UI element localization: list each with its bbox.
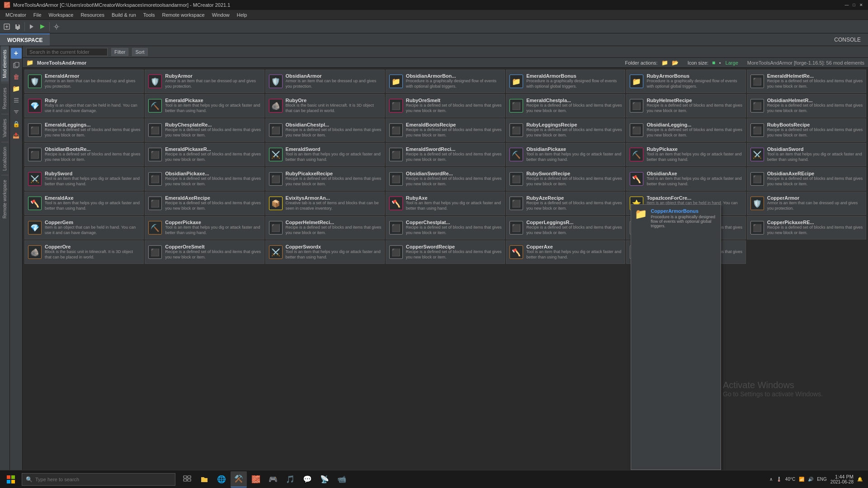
element-item-0[interactable]: 🛡️ EmeraldArmor Armor is an item that ca…	[24, 70, 144, 93]
taskbar-obs[interactable]: 📹	[334, 471, 350, 488]
delete-sidebar-btn[interactable]: 🗑	[11, 71, 22, 82]
element-item-26[interactable]: ⛏️ RubyPickaxe Tool is an item that help…	[626, 143, 745, 166]
taskbar-filezilla[interactable]: 📡	[316, 471, 333, 488]
taskbar-spotify[interactable]: 🎵	[282, 471, 298, 488]
taskbar-file-explorer[interactable]	[196, 471, 212, 488]
taskbar-task-view[interactable]	[179, 471, 195, 488]
menu-item-mcreator[interactable]: MCreator	[2, 11, 30, 19]
filter-sidebar-btn[interactable]	[11, 107, 22, 117]
element-item-53[interactable]: 🪓 CopperAxe Tool is an item that helps y…	[506, 240, 625, 264]
element-item-3[interactable]: 📁 ObsidianArmorBon... Procedure is a gra…	[386, 70, 505, 93]
remote-workspace-tab[interactable]: Remote workspace	[1, 176, 9, 222]
taskbar-discord[interactable]: 💬	[299, 471, 316, 488]
element-item-24[interactable]: ⬛ EmeraldSwordReci... Recipe is a define…	[386, 143, 505, 166]
menu-item-window[interactable]: Window	[208, 11, 233, 19]
localization-tab[interactable]: Localization	[1, 143, 9, 174]
element-item-22[interactable]: ⬛ EmeraldPickaxeR... Recipe is a defined…	[145, 143, 264, 166]
icon-size-medium[interactable]: ▪	[719, 60, 721, 66]
notification-icon[interactable]: 🔔	[857, 477, 863, 482]
taskbar-steam[interactable]: 🎮	[265, 471, 281, 488]
add-element-sidebar-btn[interactable]: +	[11, 48, 22, 59]
maximize-button[interactable]: □	[851, 2, 857, 8]
element-item-51[interactable]: ⚔️ CopperSwordx Tool is an item that hel…	[265, 240, 385, 264]
element-item-45[interactable]: ⬛ CopperChestplat... Recipe is a defined…	[386, 216, 505, 239]
element-item-18[interactable]: ⬛ RubyLeggingsRecipe Recipe is a defined…	[506, 118, 625, 142]
taskbar-search-bar[interactable]: 🔍	[22, 473, 175, 486]
mod-elements-tab[interactable]: Mod elements	[1, 46, 9, 82]
minimize-button[interactable]: —	[844, 2, 850, 8]
element-item-48[interactable]: ⬛ CopperPickaxeRE... Recipe is a defined…	[747, 216, 866, 239]
export-sidebar-btn[interactable]: 📤	[11, 130, 22, 141]
element-item-29[interactable]: ⬛ ObsidianPickaxe... Recipe is a defined…	[145, 167, 264, 191]
element-item-14[interactable]: ⬛ EmeraldLeggings... Recipe is a defined…	[24, 118, 144, 142]
icon-size-large[interactable]: ■	[712, 60, 715, 66]
element-item-34[interactable]: ⬛ ObsidianAxeREcipe Recipe is a defined …	[747, 167, 866, 191]
element-item-42[interactable]: 💎 CopperGem Item is an object that can b…	[24, 216, 144, 239]
element-item-11[interactable]: ⬛ EmeraldChestpla... Recipe is a defined…	[506, 94, 625, 117]
element-item-38[interactable]: 🪓 RubyAxe Tool is an item that helps you…	[386, 192, 505, 215]
console-tab[interactable]: CONSOLE	[827, 33, 868, 46]
element-item-15[interactable]: ⬛ RubyChesplateRe... Recipe is a defined…	[145, 118, 264, 142]
filter-button[interactable]: Filter	[111, 48, 128, 56]
taskbar-search-input[interactable]	[35, 477, 171, 482]
element-item-52[interactable]: ⬛ CopperSwordRecipe Recipe is a defined …	[386, 240, 505, 264]
element-item-20[interactable]: ⬛ RubyBootsRecipe Recipe is a defined se…	[747, 118, 866, 142]
new-folder-icon[interactable]: 📁	[661, 60, 668, 66]
import-folder-icon[interactable]: 📂	[672, 60, 679, 66]
system-clock[interactable]: 1:44 PM 2021-06-28	[830, 474, 854, 484]
menu-item-build--run[interactable]: Build & run	[108, 11, 140, 19]
start-button[interactable]	[0, 470, 22, 488]
settings-button[interactable]	[52, 22, 61, 32]
element-item-43[interactable]: ⛏️ CopperPickaxe Tool is an item that he…	[145, 216, 264, 239]
element-item-8[interactable]: ⛏️ EmeraldPickaxe Tool is an item that h…	[145, 94, 264, 117]
search-input[interactable]	[26, 48, 108, 56]
element-item-17[interactable]: ⬛ EmeraldBootsRecipe Recipe is a defined…	[386, 118, 505, 142]
element-item-49[interactable]: 🪨 CopperOre Block is the basic unit in M…	[24, 240, 144, 264]
element-item-41[interactable]: 🛡️ CopperArmor Armor is an item that can…	[747, 192, 866, 215]
element-item-4[interactable]: 📁 EmeraldArmorBonus Procedure is a graph…	[506, 70, 625, 93]
element-item-1[interactable]: 🛡️ RubyArmor Armor is an item that can b…	[145, 70, 264, 93]
element-item-12[interactable]: ⬛ RubyHelmetRecipe Recipe is a defined s…	[626, 94, 745, 117]
close-button[interactable]: ✕	[858, 2, 864, 8]
volume-icon[interactable]: 🔊	[808, 477, 813, 482]
systray-arrow[interactable]: ∧	[769, 477, 773, 482]
element-item-27[interactable]: ⚔️ ObsidianSword Tool is an item that he…	[747, 143, 866, 166]
element-item-37[interactable]: 📦 EvixitysArmorAn... Creative tab is a s…	[265, 192, 385, 215]
element-item-21[interactable]: ⬛ ObsidianBootsRe... Recipe is a defined…	[24, 143, 144, 166]
variables-tab[interactable]: Variables	[1, 115, 9, 141]
folder-sidebar-btn[interactable]: 📁	[11, 83, 22, 94]
element-item-23[interactable]: ⚔️ EmeraldSword Tool is an item that hel…	[265, 143, 385, 166]
element-item-9[interactable]: 🪨 RubyOre Block is the basic unit in Min…	[265, 94, 385, 117]
element-item-46[interactable]: ⬛ CopperLeggingsR... Recipe is a defined…	[506, 216, 625, 239]
taskbar-mcreator[interactable]: ⚒️	[231, 471, 247, 488]
menu-item-file[interactable]: File	[30, 11, 45, 19]
element-item-2[interactable]: 🛡️ ObsidianArmor Armor is an item that c…	[265, 70, 385, 93]
menu-item-remote-workspace[interactable]: Remote workspace	[158, 11, 208, 19]
element-item-50[interactable]: ⬛ CopperOreSmelt Recipe is a defined set…	[145, 240, 264, 264]
taskbar-browser[interactable]: 🌐	[213, 471, 230, 488]
sort-button[interactable]: Sort	[132, 48, 147, 56]
save-button[interactable]	[13, 22, 23, 32]
element-item-5[interactable]: 📁 RubyArmorBonus Procedure is a graphica…	[626, 70, 745, 93]
element-item-6[interactable]: ⬛ EmeraldHelmetRe... Recipe is a defined…	[747, 70, 866, 93]
language[interactable]: ENG	[817, 477, 827, 482]
element-item-35[interactable]: 🪓 EmeraldAxe Tool is an item that helps …	[24, 192, 144, 215]
element-item-44[interactable]: ⬛ CopperHelmetReci... Recipe is a define…	[265, 216, 385, 239]
menu-item-help[interactable]: Help	[233, 11, 251, 19]
element-item-32[interactable]: ⬛ RubySwordRecipe Recipe is a defined se…	[506, 167, 625, 191]
element-item-25[interactable]: ⛏️ ObsidianPickaxe Tool is an item that …	[506, 143, 625, 166]
run-button[interactable]	[38, 22, 47, 32]
element-item-28[interactable]: ⚔️ RubySword Tool is an item that helps …	[24, 167, 144, 191]
element-item-39[interactable]: ⬛ RubyAzeRecipe Recipe is a defined set …	[506, 192, 625, 215]
build-button[interactable]	[27, 22, 37, 32]
menu-item-tools[interactable]: Tools	[140, 11, 159, 19]
duplicate-sidebar-btn[interactable]	[11, 60, 22, 70]
taskbar-minecraft[interactable]: 🧱	[248, 471, 264, 488]
element-item-19[interactable]: ⬛ ObsidianLegging... Recipe is a defined…	[626, 118, 745, 142]
new-element-button[interactable]	[2, 22, 12, 32]
element-item-36[interactable]: ⬛ EmeraldAxeRecipe Recipe is a defined s…	[145, 192, 264, 215]
menu-item-resources[interactable]: Resources	[77, 11, 108, 19]
lock-sidebar-btn[interactable]: 🔒	[11, 118, 22, 129]
element-item-16[interactable]: ⬛ ObsidianChestpl... Recipe is a defined…	[265, 118, 385, 142]
menu-item-workspace[interactable]: Workspace	[45, 11, 77, 19]
